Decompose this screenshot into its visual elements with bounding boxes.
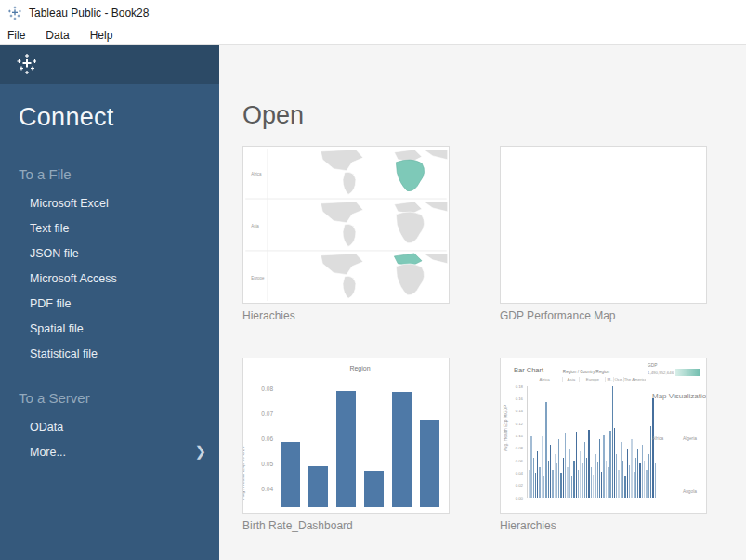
bar — [563, 458, 564, 498]
bar — [608, 467, 609, 498]
y-tick-label: 0.08 — [516, 446, 523, 450]
bar — [567, 467, 568, 498]
dense-bar-chart-plot — [527, 386, 646, 498]
tableau-logo-icon — [7, 6, 22, 20]
bar — [595, 454, 595, 498]
bar — [582, 463, 582, 498]
sidebar-item-pdf-file[interactable]: PDF file — [19, 291, 219, 316]
sidebar-item-microsoft-access[interactable]: Microsoft Access — [19, 266, 219, 291]
bar — [565, 433, 566, 498]
workbook-card-hierarchies-dashboard: Bar Chart Region / Country/Region Africa… — [500, 358, 707, 532]
sidebar-item-statistical-file[interactable]: Statistical file — [19, 341, 219, 366]
bar — [308, 466, 328, 507]
bar — [601, 472, 602, 498]
bar — [550, 445, 551, 498]
menu-data[interactable]: Data — [46, 29, 69, 42]
connect-heading: Connect — [19, 103, 219, 132]
y-tick-label: 0.00 — [516, 496, 523, 501]
workbook-label: Hierachies — [242, 309, 450, 322]
workbook-card-gdp-performance-map: GDP Performance Map — [500, 146, 707, 322]
chart-group-labels: Africa Asia Europe M.. Oce.. The America… — [527, 377, 646, 382]
bar — [618, 470, 619, 498]
workbook-label: Birth Rate_Dashboard — [242, 519, 450, 532]
bar — [599, 439, 600, 498]
bar — [336, 391, 356, 507]
y-tick-label: 0.16 — [516, 397, 523, 401]
chart-y-axis-label: Avg. Health Exp % GDP — [242, 445, 245, 500]
bar — [537, 451, 538, 498]
group-label: Oce.. — [613, 377, 622, 382]
bar — [542, 436, 543, 498]
bar — [558, 439, 559, 498]
group-label: Asia — [562, 377, 579, 382]
panel-region-label: Africa — [652, 436, 663, 441]
chart-title: Region — [277, 365, 443, 371]
map-row-label-africa: Africa — [251, 172, 262, 176]
bar — [644, 461, 645, 498]
bar — [545, 402, 546, 498]
workbook-card-hierachies-map: Africa Asia Europe Hierachies — [242, 146, 450, 322]
sidebar-item-spatial-file[interactable]: Spatial file — [19, 316, 219, 341]
to-a-file-section-label: To a File — [19, 166, 219, 182]
bar — [420, 420, 439, 507]
sidebar-item-odata[interactable]: OData — [19, 414, 219, 439]
sidebar-item-text-file[interactable]: Text file — [19, 215, 219, 241]
bar — [569, 449, 570, 498]
more-label: More... — [30, 446, 66, 459]
bar — [535, 473, 536, 498]
bar — [588, 430, 589, 498]
y-tick-label: 0.04 — [516, 471, 523, 475]
y-tick-label: 0.18 — [516, 384, 523, 389]
y-tick-label: 0.02 — [516, 483, 523, 488]
y-tick-label: 0.12 — [516, 422, 523, 426]
menu-file[interactable]: File — [7, 29, 25, 42]
chart-y-axis-label: Avg. Health Exp %GDP — [504, 405, 508, 451]
map-row-label-europe: Europe — [251, 276, 265, 280]
panel-divider — [648, 384, 648, 505]
workbook-thumbnail-hierarchies-dashboard[interactable]: Bar Chart Region / Country/Region Africa… — [500, 358, 707, 514]
menu-help[interactable]: Help — [90, 29, 113, 42]
bar — [281, 442, 300, 507]
workbook-thumbnail-birth-rate-dashboard[interactable]: Region Avg. Health Exp % GDP 0.040.050.0… — [242, 358, 450, 514]
to-a-server-section-label: To a Server — [19, 390, 219, 406]
workbook-card-birth-rate-dashboard: Region Avg. Health Exp % GDP 0.040.050.0… — [242, 358, 450, 532]
bar — [614, 428, 615, 498]
sidebar-item-more[interactable]: More... ❯ — [19, 439, 219, 464]
y-tick-label: 0.14 — [516, 409, 523, 413]
bar — [655, 463, 656, 498]
bar — [571, 476, 572, 498]
bar — [576, 432, 577, 498]
bar — [578, 470, 579, 498]
recent-workbooks-grid: Africa Asia Europe Hierachies GDP Perfor… — [242, 146, 746, 532]
sidebar-item-json-file[interactable]: JSON file — [19, 241, 219, 266]
bar — [635, 458, 636, 498]
group-label: Europe — [579, 377, 605, 382]
bar — [584, 442, 585, 498]
bar — [591, 467, 592, 498]
workbook-thumbnail-gdp-performance-map[interactable] — [500, 146, 707, 304]
bar — [539, 467, 540, 498]
bar — [392, 392, 412, 507]
chevron-right-icon: ❯ — [194, 443, 206, 460]
to-a-server-items: OData More... ❯ — [19, 414, 219, 464]
workbook-label: GDP Performance Map — [500, 309, 707, 322]
bar — [606, 461, 607, 498]
workbook-thumbnail-hierachies-map[interactable]: Africa Asia Europe — [242, 146, 450, 304]
bar — [573, 461, 574, 498]
sidebar-item-microsoft-excel[interactable]: Microsoft Excel — [19, 190, 219, 215]
bar — [364, 471, 384, 507]
y-tick-label: 0.07 — [261, 410, 277, 417]
bar — [593, 475, 594, 498]
bar — [624, 476, 625, 498]
bar — [627, 449, 628, 498]
app-window: Tableau Public - Book28 File Data Help — [0, 0, 746, 560]
sidebar-logo-strip — [0, 45, 219, 84]
bar — [612, 386, 613, 498]
bar — [586, 458, 587, 498]
bar — [639, 463, 640, 498]
bar — [556, 463, 557, 498]
teal-gradient-swatch — [675, 369, 700, 376]
legend-value: 1,490,952,646 — [648, 371, 674, 375]
group-label: The Americas — [623, 377, 646, 382]
y-tick-label: 0.05 — [261, 461, 277, 467]
